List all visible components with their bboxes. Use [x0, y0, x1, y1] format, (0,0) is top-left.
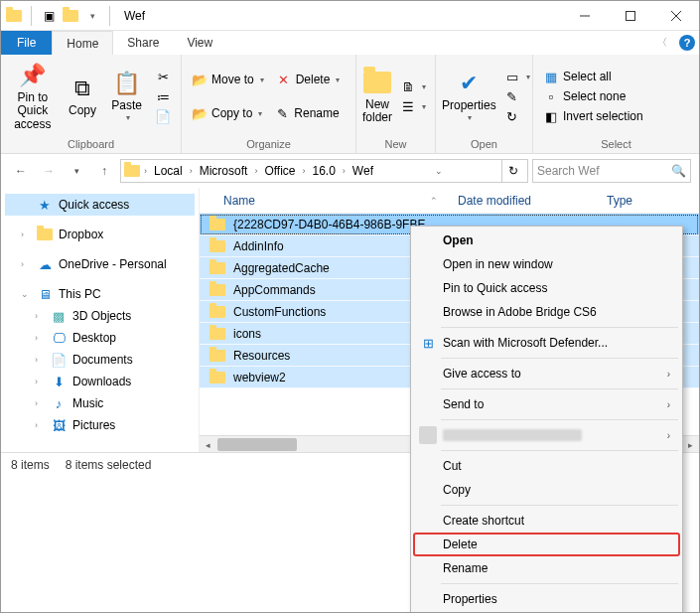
copyto-icon: 📂 — [192, 105, 208, 121]
breadcrumb[interactable]: › Local› Microsoft› Office› 16.0› Wef ⌄ … — [120, 159, 528, 183]
shield-icon: ⊞ — [419, 334, 437, 352]
ctx-pin-quick-access[interactable]: Pin to Quick access — [413, 276, 680, 300]
quick-access-toolbar: ▣ ▾ — [1, 6, 118, 26]
refresh-button[interactable]: ↻ — [501, 160, 525, 182]
paste-shortcut-small-button[interactable]: 📄 — [151, 107, 175, 125]
edit-small-button[interactable]: ✎ — [500, 87, 534, 105]
tree-documents[interactable]: ›📄Documents — [5, 349, 195, 371]
group-label-clipboard: Clipboard — [1, 138, 181, 153]
history-icon: ↻ — [504, 108, 520, 124]
rename-button[interactable]: ✎Rename — [270, 104, 343, 122]
move-to-button[interactable]: 📂Move to▾ — [188, 71, 268, 88]
select-all-button[interactable]: ▦Select all — [539, 68, 647, 85]
star-icon: ★ — [37, 197, 53, 213]
back-button[interactable]: ← — [9, 159, 33, 183]
paste-button[interactable]: 📋 Paste ▾ — [106, 70, 147, 123]
pin-to-quick-access-button[interactable]: 📌 Pin to Quick access — [7, 62, 59, 131]
tree-pictures[interactable]: ›🖼Pictures — [5, 414, 195, 436]
maximize-button[interactable] — [608, 1, 653, 31]
ctx-send-to[interactable]: Send to› — [413, 392, 680, 416]
navigation-tree[interactable]: ★Quick access ›Dropbox ›☁OneDrive - Pers… — [1, 188, 200, 452]
breadcrumb-dropdown[interactable]: ⌄ — [427, 160, 451, 182]
ctx-browse-bridge[interactable]: Browse in Adobe Bridge CS6 — [413, 300, 680, 324]
tree-onedrive[interactable]: ›☁OneDrive - Personal — [5, 253, 195, 275]
delete-button[interactable]: ✕Delete▾ — [272, 71, 345, 88]
ctx-give-access[interactable]: Give access to› — [413, 362, 680, 385]
chevron-right-icon[interactable]: › — [141, 166, 150, 176]
separator — [441, 505, 678, 506]
ctx-properties[interactable]: Properties — [413, 587, 680, 611]
properties-button[interactable]: ✔ Properties ▾ — [442, 70, 496, 123]
folder-icon — [210, 370, 225, 385]
crumb-local[interactable]: Local — [150, 160, 187, 182]
crumb-16-0[interactable]: 16.0 — [309, 160, 340, 182]
tree-3d-objects[interactable]: ›▩3D Objects — [5, 305, 195, 327]
separator — [441, 583, 678, 584]
tree-desktop[interactable]: ›🖵Desktop — [5, 327, 195, 349]
scroll-right-icon[interactable]: ▸ — [682, 436, 699, 452]
copy-to-button[interactable]: 📂Copy to▾ — [188, 104, 266, 122]
scroll-left-icon[interactable]: ◂ — [200, 436, 216, 452]
tree-music[interactable]: ›♪Music — [5, 392, 195, 414]
ctx-open-new-window[interactable]: Open in new window — [413, 252, 680, 276]
minimize-button[interactable] — [562, 1, 608, 31]
help-button[interactable]: ? — [675, 31, 699, 55]
crumb-microsoft[interactable]: Microsoft — [196, 160, 252, 182]
ctx-open[interactable]: Open — [413, 229, 680, 252]
group-label-open: Open — [436, 138, 532, 153]
separator — [441, 388, 678, 389]
open-folder-qat-icon[interactable] — [62, 7, 79, 25]
new-item-button[interactable]: 🗎▾ — [396, 77, 430, 95]
copy-button[interactable]: ⧉ Copy — [63, 75, 103, 117]
chevron-right-icon: › — [667, 369, 670, 380]
search-input[interactable]: Search Wef 🔍 — [532, 159, 691, 183]
ctx-copy[interactable]: Copy — [413, 478, 680, 502]
tab-view[interactable]: View — [173, 31, 226, 55]
easy-access-button[interactable]: ☰▾ — [396, 97, 430, 115]
column-type[interactable]: Type — [597, 194, 699, 208]
crumb-wef[interactable]: Wef — [349, 160, 377, 182]
close-button[interactable] — [653, 1, 699, 31]
music-icon: ♪ — [51, 395, 67, 411]
search-placeholder: Search Wef — [537, 164, 599, 178]
invert-selection-button[interactable]: ◧Invert selection — [539, 107, 647, 125]
qat-dropdown-icon[interactable]: ▾ — [83, 7, 101, 25]
history-small-button[interactable]: ↻ — [500, 107, 534, 125]
properties-qat-icon[interactable]: ▣ — [40, 7, 58, 25]
rename-icon: ✎ — [274, 105, 290, 121]
group-label-new: New — [356, 138, 435, 153]
ctx-rename[interactable]: Rename — [413, 556, 680, 580]
moveto-icon: 📂 — [192, 72, 208, 87]
scroll-thumb[interactable] — [217, 438, 297, 451]
edit-icon: ✎ — [504, 88, 520, 104]
tree-this-pc[interactable]: ⌄🖥This PC — [5, 283, 195, 305]
tab-file[interactable]: File — [1, 31, 52, 55]
tree-downloads[interactable]: ›⬇Downloads — [5, 371, 195, 392]
ctx-delete[interactable]: Delete — [413, 533, 680, 556]
ctx-redacted-item[interactable]: x› — [413, 423, 680, 447]
open-small-button[interactable]: ▭▾ — [500, 68, 534, 85]
collapse-ribbon-icon[interactable]: 〈 — [649, 31, 675, 55]
ctx-defender-scan[interactable]: ⊞Scan with Microsoft Defender... — [413, 331, 680, 355]
folder-icon — [210, 348, 225, 364]
new-folder-button[interactable]: New folder — [362, 69, 392, 124]
separator — [441, 419, 678, 420]
tree-quick-access[interactable]: ★Quick access — [5, 194, 195, 216]
up-button[interactable]: ↑ — [92, 159, 116, 183]
crumb-office[interactable]: Office — [260, 160, 299, 182]
tree-dropbox[interactable]: ›Dropbox — [5, 224, 195, 245]
shortcut-icon: 📄 — [155, 108, 171, 124]
ctx-create-shortcut[interactable]: Create shortcut — [413, 509, 680, 533]
recent-dropdown[interactable]: ▾ — [65, 159, 88, 183]
select-none-button[interactable]: ▫Select none — [539, 87, 647, 105]
tab-home[interactable]: Home — [52, 31, 113, 55]
column-date[interactable]: Date modified — [448, 194, 597, 208]
folder-icon — [210, 326, 225, 342]
copy-path-small-button[interactable]: ≔ — [151, 87, 175, 105]
ctx-cut[interactable]: Cut — [413, 454, 680, 478]
cut-small-button[interactable]: ✂ — [151, 68, 175, 85]
tab-share[interactable]: Share — [113, 31, 173, 55]
search-icon[interactable]: 🔍 — [671, 164, 686, 178]
forward-button[interactable]: → — [37, 159, 61, 183]
column-name[interactable]: Name⌃ — [200, 194, 448, 208]
